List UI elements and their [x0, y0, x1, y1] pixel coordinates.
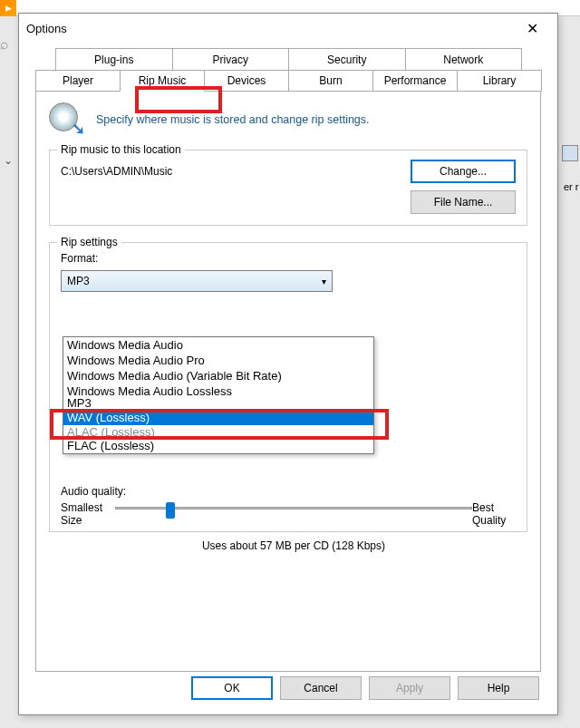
tab-security[interactable]: Security [288, 48, 406, 70]
format-option-alac[interactable]: ALAC (Lossless) [63, 425, 373, 438]
tab-devices[interactable]: Devices [204, 70, 289, 92]
bg-chevron-icon: ⌄ [4, 154, 13, 167]
bg-search-icon: ⌕ [0, 36, 20, 53]
tabs-area: Plug-ins Privacy Security Network Player… [19, 43, 557, 92]
ok-button[interactable]: OK [191, 676, 273, 700]
header-row: ➘ Specify where music is stored and chan… [49, 102, 527, 137]
format-combobox[interactable]: MP3 ▾ [61, 270, 333, 292]
format-option-wma[interactable]: Windows Media Audio [63, 337, 373, 353]
bg-right-text: er r [564, 181, 580, 192]
location-legend: Rip music to this location [57, 143, 185, 156]
tab-performance[interactable]: Performance [372, 70, 458, 92]
cancel-button[interactable]: Cancel [280, 676, 362, 700]
options-dialog: Options ✕ Plug-ins Privacy Security Netw… [18, 13, 558, 715]
bg-right-icon [562, 145, 578, 161]
slider-label-best: Best Quality [472, 501, 527, 527]
titlebar: Options ✕ [19, 14, 557, 43]
format-label: Format: [61, 252, 516, 265]
format-option-wma-pro[interactable]: Windows Media Audio Pro [63, 353, 373, 368]
audio-quality-section: Audio quality: Smallest Size Best Qualit… [61, 485, 527, 552]
quality-slider[interactable] [115, 507, 472, 510]
chevron-down-icon: ▾ [322, 277, 326, 286]
format-dropdown[interactable]: Windows Media Audio Windows Media Audio … [63, 336, 374, 454]
format-option-wma-lossless[interactable]: Windows Media Audio Lossless [63, 383, 373, 399]
tab-network[interactable]: Network [405, 48, 523, 70]
tab-burn[interactable]: Burn [288, 70, 373, 92]
close-button[interactable]: ✕ [514, 20, 550, 37]
slider-caption: Uses about 57 MB per CD (128 Kbps) [61, 539, 527, 552]
slider-thumb[interactable] [166, 502, 175, 519]
tab-privacy[interactable]: Privacy [172, 48, 290, 70]
tab-library[interactable]: Library [457, 70, 542, 92]
cd-rip-icon: ➘ [49, 102, 83, 137]
format-option-wav[interactable]: WAV (Lossless) [63, 410, 373, 425]
dialog-buttons: OK Cancel Apply Help [191, 676, 539, 700]
wmp-app-icon [0, 0, 16, 16]
change-button[interactable]: Change... [411, 160, 516, 183]
filename-button[interactable]: File Name... [411, 190, 516, 214]
location-fieldset: Rip music to this location C:\Users\ADMI… [49, 150, 527, 226]
tab-rip-music[interactable]: Rip Music [120, 70, 205, 92]
help-button[interactable]: Help [458, 676, 539, 700]
format-option-wma-vbr[interactable]: Windows Media Audio (Variable Bit Rate) [63, 368, 373, 383]
apply-button[interactable]: Apply [369, 676, 450, 700]
header-text: Specify where music is stored and change… [96, 113, 370, 126]
location-path: C:\Users\ADMIN\Music [61, 160, 411, 178]
format-selected-value: MP3 [67, 275, 90, 287]
rip-settings-legend: Rip settings [57, 236, 121, 248]
format-option-mp3[interactable]: MP3 [63, 399, 373, 410]
format-option-flac[interactable]: FLAC (Lossless) [63, 438, 373, 453]
slider-label-smallest: Smallest Size [61, 501, 115, 527]
dialog-title: Options [26, 22, 514, 35]
audio-quality-label: Audio quality: [61, 485, 527, 498]
tab-player[interactable]: Player [35, 70, 121, 92]
tab-plugins[interactable]: Plug-ins [55, 48, 173, 70]
